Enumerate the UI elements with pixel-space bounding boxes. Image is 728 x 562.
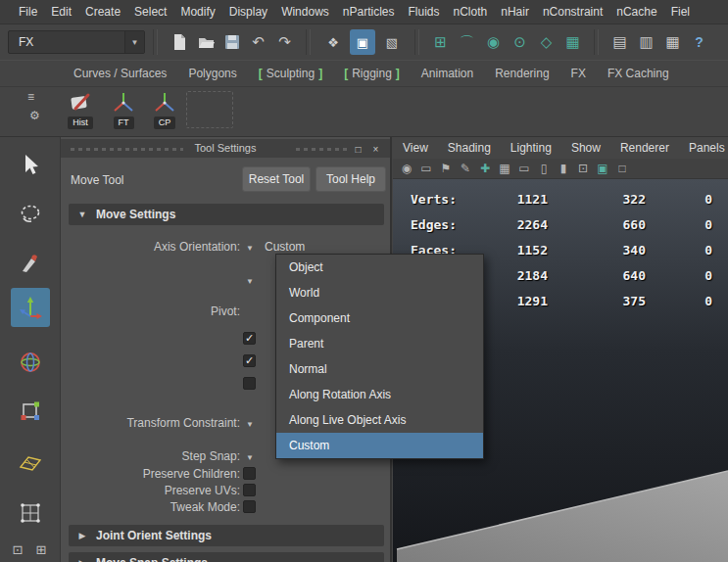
chevron-down-icon[interactable]: ▼ — [124, 31, 144, 53]
menu-nhair[interactable]: nHair — [494, 5, 536, 19]
joint-orient-settings-section-header[interactable]: ▶ Joint Orient Settings — [69, 525, 384, 546]
dropdown-option-world[interactable]: World — [276, 280, 483, 305]
render-settings-icon[interactable]: ▦ — [660, 30, 685, 54]
menu-edit[interactable]: Edit — [44, 5, 78, 19]
undo-icon[interactable]: ↶ — [246, 30, 270, 54]
construction-history-icon[interactable]: ▥ — [634, 30, 658, 54]
float-panel-icon[interactable]: □ — [351, 142, 365, 157]
layout-shortcut-icon-1[interactable]: ⊡ — [8, 542, 27, 557]
viewport-menu-renderer[interactable]: Renderer — [610, 141, 679, 155]
help-icon[interactable]: ? — [687, 30, 711, 54]
snap-to-grids-icon[interactable]: ⊞ — [428, 30, 453, 54]
close-icon[interactable]: × — [368, 142, 383, 157]
dropdown-option-parent[interactable]: Parent — [276, 331, 483, 356]
grid-toggle-icon[interactable]: ▦ — [495, 162, 514, 175]
snap-to-curves-icon[interactable]: ⌒ — [455, 30, 479, 54]
select-tool-icon[interactable] — [11, 145, 50, 184]
move-option-checkbox-1[interactable]: ✓ — [243, 332, 256, 345]
reset-tool-button[interactable]: Reset Tool — [242, 166, 311, 192]
tool-help-button[interactable]: Tool Help — [315, 166, 386, 192]
redo-icon[interactable]: ↷ — [272, 30, 297, 54]
field-chart-icon[interactable]: ⊡ — [573, 162, 593, 175]
select-by-hierarchy-icon[interactable]: ❖ — [320, 29, 346, 55]
shelf-item-ft[interactable]: FT — [104, 90, 143, 129]
bookmark-icon[interactable]: ⚑ — [436, 162, 456, 175]
tweak-mode-checkbox[interactable] — [243, 500, 256, 513]
viewport-menu-view[interactable]: View — [393, 141, 438, 155]
shelf-tab-polygons[interactable]: Polygons — [177, 61, 247, 86]
shelf-tab-animation[interactable]: Animation — [411, 61, 484, 86]
shelf-tab-sculpting[interactable]: [ Sculpting ] — [248, 61, 333, 86]
safe-title-icon[interactable]: □ — [612, 162, 632, 175]
dropdown-option-normal[interactable]: Normal — [276, 356, 483, 382]
shelf-item-hist[interactable]: Hist — [61, 90, 100, 129]
menu-nparticles[interactable]: nParticles — [336, 5, 402, 19]
menu-ncache[interactable]: nCache — [609, 5, 663, 19]
make-live-icon[interactable]: ▦ — [560, 30, 585, 54]
shelf-tab-rigging[interactable]: [ Rigging ] — [333, 61, 411, 86]
menuset-dropdown[interactable]: FX ▼ — [8, 30, 145, 54]
resolution-gate-icon[interactable]: ▯ — [534, 162, 554, 175]
chevron-down-icon[interactable]: ▼ — [246, 453, 254, 462]
menu-windows[interactable]: Windows — [274, 5, 336, 19]
film-gate-icon[interactable]: ▭ — [514, 162, 534, 175]
axis-orientation-value[interactable]: Custom — [265, 240, 305, 254]
preserve-children-checkbox[interactable] — [243, 467, 256, 480]
lasso-tool-icon[interactable] — [11, 194, 50, 233]
move-tool-icon[interactable] — [11, 288, 50, 327]
snap-to-points-icon[interactable]: ◉ — [481, 30, 506, 54]
viewport-menu-lighting[interactable]: Lighting — [501, 141, 561, 155]
viewport-menu-show[interactable]: Show — [561, 141, 610, 155]
select-by-object-icon[interactable]: ▣ — [350, 29, 375, 55]
shelf-tab-rendering[interactable]: Rendering — [484, 61, 559, 86]
shelf-menu-icon[interactable]: ≡ — [27, 90, 34, 104]
chevron-down-icon[interactable]: ▼ — [246, 420, 254, 429]
menu-modify[interactable]: Modify — [173, 5, 221, 19]
menu-ncloth[interactable]: nCloth — [447, 5, 495, 19]
move-snap-settings-section-header[interactable]: ▶ Move Snap Settings — [69, 552, 384, 562]
preserve-uvs-checkbox[interactable] — [243, 484, 256, 496]
scale-tool-icon[interactable] — [11, 392, 50, 431]
dropdown-option-component[interactable]: Component — [276, 305, 483, 331]
select-by-component-icon[interactable]: ▧ — [379, 29, 405, 55]
move-option-checkbox-3[interactable] — [243, 377, 256, 390]
gear-icon[interactable]: ⚙ — [29, 109, 40, 122]
shelf-tab-curves-surfaces[interactable]: Curves / Surfaces — [63, 61, 177, 86]
camera-attributes-icon[interactable]: ✎ — [456, 162, 475, 175]
layout-shortcut-icon-2[interactable]: ⊞ — [31, 542, 51, 557]
new-scene-icon[interactable] — [167, 30, 191, 54]
chevron-down-icon[interactable]: ▼ — [246, 244, 254, 253]
shelf-tab-fx-caching[interactable]: FX Caching — [597, 61, 680, 86]
gate-mask-icon[interactable]: ▮ — [554, 162, 573, 175]
viewport-menu-panels[interactable]: Panels — [679, 141, 728, 155]
shelf-item-cp[interactable]: CP — [145, 90, 184, 129]
menu-fluids[interactable]: Fluids — [402, 5, 447, 19]
manipulator-icon[interactable]: ✚ — [475, 162, 495, 175]
viewport-menu-shading[interactable]: Shading — [438, 141, 501, 155]
dropdown-option-custom[interactable]: Custom — [276, 433, 483, 458]
paint-select-tool-icon[interactable] — [11, 243, 50, 282]
menu-create[interactable]: Create — [78, 5, 127, 19]
save-scene-icon[interactable] — [219, 30, 244, 54]
rotate-tool-icon[interactable] — [11, 343, 50, 382]
dropdown-option-along-rotation-axis[interactable]: Along Rotation Axis — [276, 382, 483, 407]
menu-file[interactable]: File — [12, 5, 44, 19]
move-settings-section-header[interactable]: ▼ Move Settings — [69, 204, 384, 225]
move-option-checkbox-2[interactable]: ✓ — [243, 354, 256, 367]
menu-fields[interactable]: Fiel — [664, 5, 697, 19]
camera-icon[interactable]: ◉ — [397, 162, 416, 175]
tool-settings-titlebar[interactable]: Tool Settings □ × — [61, 139, 390, 158]
safe-action-icon[interactable]: ▣ — [593, 162, 612, 175]
chevron-down-icon[interactable]: ▼ — [246, 277, 254, 286]
camera-lock-icon[interactable]: ▭ — [416, 162, 436, 175]
menu-display[interactable]: Display — [222, 5, 274, 19]
grid-tool-icon[interactable] — [11, 493, 50, 533]
plane-tool-icon[interactable] — [11, 441, 50, 480]
menu-select[interactable]: Select — [127, 5, 173, 19]
shelf-tab-fx[interactable]: FX — [560, 61, 597, 86]
dropdown-option-along-live-object-axis[interactable]: Along Live Object Axis — [276, 407, 483, 433]
open-scene-icon[interactable] — [193, 30, 218, 54]
dropdown-option-object[interactable]: Object — [276, 255, 483, 280]
menu-nconstraint[interactable]: nConstraint — [536, 5, 609, 19]
snap-to-projected-center-icon[interactable]: ⊙ — [508, 30, 532, 54]
